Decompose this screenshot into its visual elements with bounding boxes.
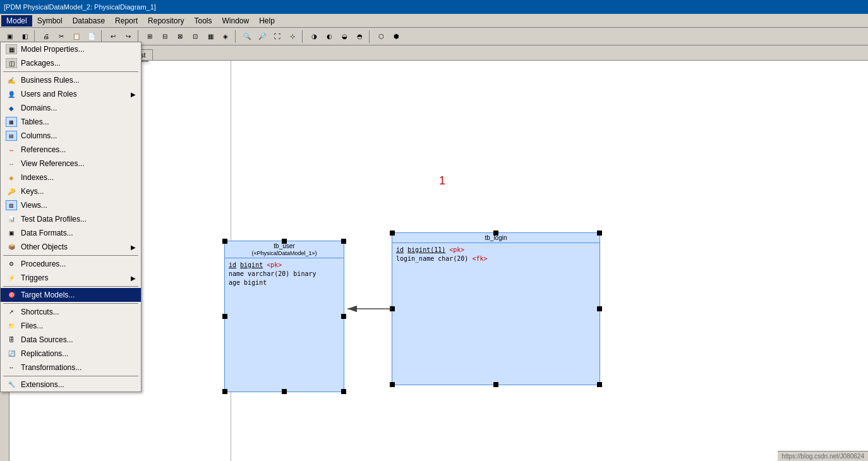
- target-models-icon: 🎯: [6, 290, 17, 300]
- menu-item-columns[interactable]: ▤ Columns...: [1, 129, 141, 143]
- business-rules-label: Business Rules...: [21, 76, 80, 85]
- menu-item-domains[interactable]: ◆ Domains...: [1, 101, 141, 115]
- menu-item-data-sources[interactable]: 🗄 Data Sources...: [1, 333, 141, 347]
- resize-handle2-mr[interactable]: [597, 306, 602, 311]
- toolbar-btn-24[interactable]: ⬢: [389, 30, 403, 44]
- resize-handle2-tm[interactable]: [493, 230, 498, 236]
- toolbar-btn-12[interactable]: ⊡: [188, 30, 202, 44]
- toolbar-btn-15[interactable]: 🔍: [240, 30, 254, 44]
- menu-database[interactable]: Database: [68, 15, 110, 27]
- menu-symbol[interactable]: Symbol: [32, 15, 68, 27]
- shortcuts-icon: ↗: [6, 307, 17, 317]
- extensions-label: Extensions...: [21, 380, 64, 389]
- menu-item-replications[interactable]: 🔄 Replications...: [1, 347, 141, 361]
- test-data-profiles-label: Test Data Profiles...: [21, 215, 87, 224]
- model-properties-label: Model Properties...: [21, 45, 85, 54]
- toolbar-btn-13[interactable]: ▦: [203, 30, 217, 44]
- other-objects-label: Other Objects: [21, 242, 68, 251]
- menu-item-references[interactable]: ↔ References...: [1, 143, 141, 157]
- resize-handle2-br[interactable]: [597, 382, 602, 387]
- menu-item-triggers[interactable]: ⚡ Triggers ▶: [1, 271, 141, 285]
- menu-report[interactable]: Report: [110, 15, 143, 27]
- menu-item-procedures[interactable]: ⚙ Procedures...: [1, 257, 141, 271]
- resize-handle-bm[interactable]: [282, 389, 287, 394]
- menu-item-views[interactable]: ▧ Views...: [1, 198, 141, 212]
- resize-handle-tr[interactable]: [341, 239, 346, 244]
- menu-item-tables[interactable]: ▦ Tables...: [1, 115, 141, 129]
- toolbar-btn-16[interactable]: 🔎: [255, 30, 269, 44]
- menu-item-files[interactable]: 📁 Files...: [1, 319, 141, 333]
- menu-tools[interactable]: Tools: [189, 15, 217, 27]
- menu-item-indexes[interactable]: ◈ Indexes...: [1, 171, 141, 184]
- menu-item-model-properties[interactable]: ▦ Model Properties...: [1, 42, 141, 56]
- col2-id-key: <pk>: [449, 246, 464, 254]
- resize-handle2-bm[interactable]: [493, 382, 498, 387]
- domains-icon: ◆: [6, 103, 17, 113]
- menu-item-business-rules[interactable]: ✍ Business Rules...: [1, 73, 141, 87]
- replications-label: Replications...: [21, 349, 68, 358]
- packages-label: Packages...: [21, 59, 61, 68]
- transformations-icon: ↔: [6, 362, 17, 373]
- menu-item-packages[interactable]: ◫ Packages...: [1, 56, 141, 70]
- menu-item-data-formats[interactable]: ▣ Data Formats...: [1, 226, 141, 240]
- menu-repository[interactable]: Repository: [143, 15, 189, 27]
- toolbar-btn-18[interactable]: ⊹: [286, 30, 299, 44]
- menu-item-shortcuts[interactable]: ↗ Shortcuts...: [1, 305, 141, 319]
- table-title-tb-user: tb_user («PhysicalDataModel_1»): [225, 241, 344, 258]
- menu-model[interactable]: Model: [1, 15, 32, 27]
- table-body-tb-login: id bigint(11) <pk> login_name char(20) <…: [392, 243, 600, 266]
- tables-icon: ▦: [6, 117, 17, 127]
- table-body-tb-user: id bigint <pk> name varchar(20) binary a…: [225, 258, 344, 290]
- toolbar-sep-3: [138, 30, 140, 43]
- title-bar: [PDM PhysicalDataModel_2: PhysicalDiagra…: [0, 0, 868, 14]
- resize-handle-br[interactable]: [341, 389, 346, 394]
- test-data-profiles-icon: 📊: [6, 214, 17, 224]
- resize-handle-tm[interactable]: [282, 239, 287, 244]
- toolbar-btn-22[interactable]: ◓: [353, 30, 366, 44]
- toolbar-btn-23[interactable]: ⬡: [374, 30, 388, 44]
- resize-handle-bl[interactable]: [222, 389, 227, 394]
- resize-handle2-ml[interactable]: [390, 306, 395, 311]
- resize-handle2-tr[interactable]: [597, 230, 602, 236]
- menu-item-extensions[interactable]: 🔧 Extensions...: [1, 378, 141, 392]
- toolbar-sep-1: [34, 30, 37, 43]
- col2-id-type: bigint(11): [407, 246, 445, 254]
- menu-bar: Model Symbol Database Report Repository …: [0, 14, 868, 28]
- tables-label: Tables...: [21, 117, 49, 126]
- menu-item-test-data-profiles[interactable]: 📊 Test Data Profiles...: [1, 212, 141, 226]
- menu-item-users-and-roles[interactable]: 👤 Users and Roles ▶: [1, 87, 141, 101]
- col-age-type: bigint: [244, 278, 267, 287]
- toolbar-sep-5: [302, 30, 304, 43]
- toolbar-btn-11[interactable]: ⊠: [173, 30, 187, 44]
- toolbar-btn-10[interactable]: ⊟: [158, 30, 172, 44]
- toolbar-btn-9[interactable]: ⊞: [143, 30, 157, 44]
- menu-item-other-objects[interactable]: 📦 Other Objects ▶: [1, 240, 141, 254]
- menu-window[interactable]: Window: [217, 15, 254, 27]
- toolbar-btn-21[interactable]: ◒: [337, 30, 351, 44]
- toolbar-btn-17[interactable]: ⛶: [270, 30, 284, 44]
- data-formats-label: Data Formats...: [21, 229, 73, 237]
- menu-help[interactable]: Help: [254, 15, 280, 27]
- toolbar-btn-19[interactable]: ◑: [307, 30, 321, 44]
- keys-label: Keys...: [21, 187, 44, 196]
- status-bar: https://blog.csdn.net/J080624: [778, 451, 868, 461]
- resize-handle2-bl[interactable]: [390, 382, 395, 387]
- menu-item-transformations[interactable]: ↔ Transformations...: [1, 361, 141, 374]
- col2-login-type: char(20): [438, 254, 468, 263]
- resize-handle-tl[interactable]: [222, 239, 227, 244]
- table-tb-user[interactable]: tb_user («PhysicalDataModel_1») id bigin…: [224, 241, 344, 392]
- table-tb-login[interactable]: tb_login id bigint(11) <pk> login_name c…: [392, 232, 600, 385]
- triggers-label: Triggers: [21, 273, 49, 282]
- triggers-icon: ⚡: [6, 273, 17, 283]
- resize-handle-mr[interactable]: [341, 314, 346, 319]
- menu-item-keys[interactable]: 🔑 Keys...: [1, 184, 141, 198]
- menu-item-target-models[interactable]: 🎯 Target Models...: [1, 288, 141, 302]
- resize-handle2-tl[interactable]: [390, 230, 395, 236]
- resize-handle-ml[interactable]: [222, 314, 227, 319]
- toolbar-btn-14[interactable]: ◈: [219, 30, 232, 44]
- model-properties-icon: ▦: [6, 44, 17, 54]
- dropdown-sep-4: [3, 303, 138, 304]
- menu-item-view-references[interactable]: ↔ View References...: [1, 157, 141, 171]
- business-rules-icon: ✍: [6, 75, 17, 85]
- toolbar-btn-20[interactable]: ◐: [322, 30, 336, 44]
